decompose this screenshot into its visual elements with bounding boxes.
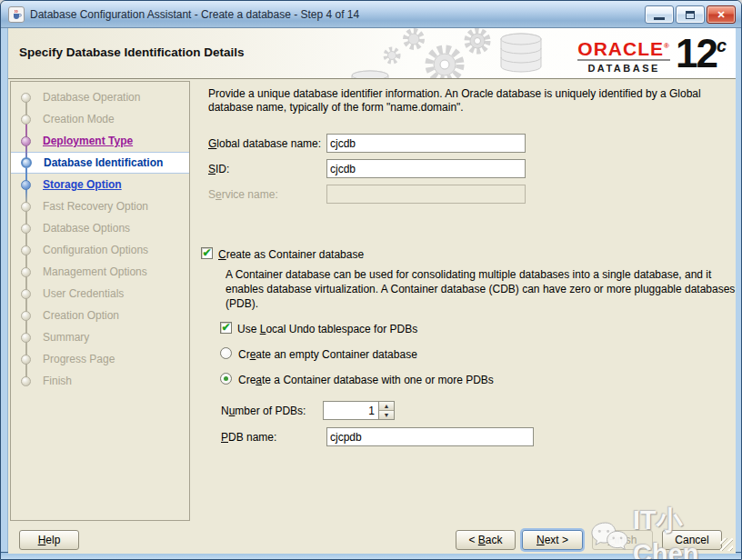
service-name-input [326, 185, 526, 204]
check-icon: ✔ [202, 248, 211, 257]
create-empty-container-radio[interactable] [220, 347, 232, 359]
sidebar-step-fast-recovery-option: Fast Recovery Option [11, 195, 189, 217]
registered-mark: ® [664, 42, 670, 50]
step-bullet [21, 224, 31, 234]
wizard-header: Specify Database Identification Details … [8, 28, 736, 78]
step-bullet [21, 355, 31, 365]
create-container-db-label: Create as Container database [218, 248, 364, 261]
wizard-steps-sidebar: Database Operation Creation Mode Deploym… [10, 81, 190, 521]
window-border-left [1, 28, 8, 554]
step-bullet [21, 93, 31, 103]
sidebar-step-storage-option[interactable]: Storage Option [11, 174, 189, 195]
logo-divider [577, 59, 670, 61]
oracle-wordmark: ORACLE [577, 38, 664, 59]
step-bullet-current [21, 157, 32, 168]
step-bullet [21, 202, 31, 212]
resize-grip[interactable] [720, 538, 733, 551]
sid-input[interactable] [326, 159, 526, 178]
local-undo-checkbox[interactable]: ✔ [220, 322, 232, 334]
maximize-icon [686, 11, 695, 19]
sidebar-step-creation-option: Creation Option [11, 305, 189, 326]
step-bullet [21, 115, 31, 125]
page-title: Specify Database Identification Details [19, 45, 245, 59]
minimize-icon [654, 17, 665, 20]
step-bullet [21, 333, 31, 343]
help-button[interactable]: Help [19, 530, 79, 550]
sidebar-step-database-identification: Database Identification [11, 152, 189, 174]
sidebar-step-deployment-type[interactable]: Deployment Type [11, 130, 189, 152]
create-empty-container-label: Create an empty Container database [238, 348, 417, 361]
gears-database-art [336, 28, 599, 78]
pdb-name-label: PDB name: [221, 431, 276, 444]
step-bullet [21, 180, 31, 190]
sidebar-step-configuration-options: Configuration Options [11, 239, 189, 261]
edition-c: c [717, 35, 727, 56]
content-area: Database Operation Creation Mode Deploym… [8, 79, 736, 554]
create-container-with-pdbs-label: Create a Container database with one or … [238, 374, 494, 386]
sidebar-step-database-operation: Database Operation [11, 86, 189, 108]
back-button[interactable]: < Back [456, 530, 516, 550]
next-button[interactable]: Next > [522, 530, 583, 550]
number-of-pdbs-spinner: ▲ ▼ [379, 401, 395, 420]
step-bullet [21, 136, 31, 146]
sidebar-step-management-options: Management Options [11, 261, 189, 283]
number-of-pdbs-label: Number of PDBs: [221, 405, 306, 417]
pdb-name-input[interactable] [326, 427, 534, 446]
step-bullet [21, 311, 31, 321]
close-icon: ✕ [717, 9, 725, 21]
create-container-with-pdbs-radio[interactable] [220, 373, 232, 385]
step-bullet [21, 267, 31, 277]
sidebar-step-progress-page: Progress Page [11, 348, 189, 370]
number-of-pdbs-input[interactable]: 1 [323, 401, 379, 420]
window-title: Database Configuration Assistant - Creat… [30, 8, 359, 21]
sidebar-step-summary: Summary [11, 326, 189, 348]
radio-dot-icon [224, 376, 228, 381]
titlebar[interactable]: Database Configuration Assistant - Creat… [1, 1, 742, 28]
global-database-name-input[interactable] [326, 134, 526, 153]
spinner-up-icon[interactable]: ▲ [379, 402, 394, 411]
spinner-down-icon[interactable]: ▼ [379, 411, 394, 419]
step-bullet [21, 245, 31, 255]
step-bullet [21, 376, 31, 386]
sidebar-step-finish: Finish [11, 370, 189, 392]
database-wordmark: DATABASE [587, 63, 659, 74]
oracle-database-12c-logo: ORACLE® DATABASE 12 c [577, 34, 727, 74]
cancel-button[interactable]: Cancel [662, 530, 722, 550]
sidebar-step-user-credentials: User Credentials [11, 283, 189, 305]
java-coffee-cup-icon [8, 6, 25, 23]
minimize-button[interactable] [645, 5, 674, 24]
service-name-label: Service name: [208, 188, 278, 201]
sidebar-step-database-options: Database Options [11, 217, 189, 239]
create-container-db-checkbox[interactable]: ✔ [201, 247, 213, 259]
local-undo-label: Use Local Undo tablespace for PDBs [237, 323, 417, 335]
global-database-name-label: Global database name: [208, 137, 321, 150]
dbca-window: Database Configuration Assistant - Creat… [0, 0, 742, 560]
version-12: 12 [676, 34, 717, 74]
close-button[interactable]: ✕ [707, 5, 736, 24]
sidebar-step-creation-mode: Creation Mode [11, 108, 189, 130]
step-bullet [21, 289, 31, 299]
check-icon: ✔ [221, 323, 230, 332]
maximize-button[interactable] [676, 5, 705, 24]
sid-label: SID: [208, 163, 229, 175]
container-db-description: A Container database can be used for con… [226, 267, 740, 311]
intro-text: Provide a unique database identifier inf… [208, 87, 732, 115]
finish-button: Finish [592, 530, 653, 550]
